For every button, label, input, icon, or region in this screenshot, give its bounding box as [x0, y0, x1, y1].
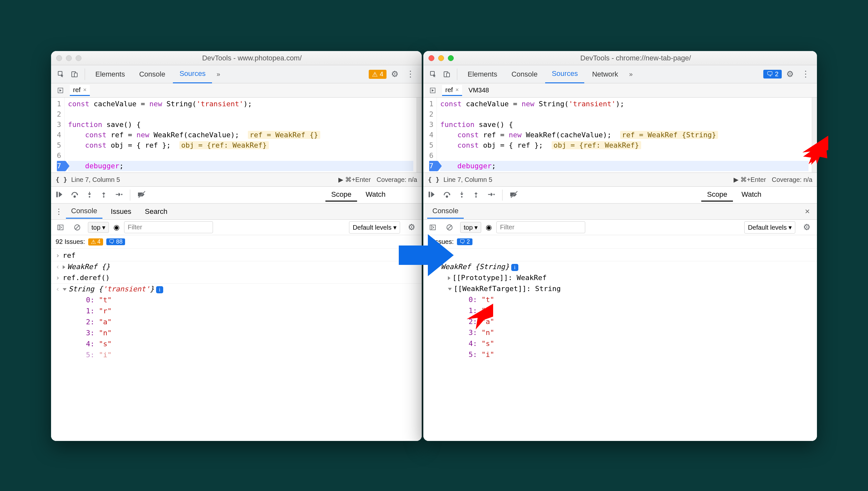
traffic-zoom[interactable]	[448, 55, 454, 61]
line-gutter[interactable]: 1234567	[423, 97, 437, 173]
tabs-overflow[interactable]: »	[626, 70, 636, 78]
file-tab-label: ref	[73, 86, 81, 94]
file-tab-ref[interactable]: ref ×	[70, 85, 90, 96]
step-icon[interactable]	[114, 190, 123, 200]
console-toolbar: top ▾ ◉ Default levels ▾ ⚙	[51, 220, 422, 235]
resume-icon[interactable]	[55, 190, 63, 200]
main-toolbar: Elements Console Sources » ⚠4 ⚙ ⋮	[51, 65, 422, 83]
tabs-overflow[interactable]: »	[213, 70, 223, 78]
coverage-status[interactable]: Coverage: n/a	[376, 176, 417, 183]
console-settings-icon[interactable]: ⚙	[800, 222, 814, 232]
code-editor[interactable]: 1234567 const cacheValue = new String('t…	[423, 97, 817, 173]
device-icon[interactable]	[68, 68, 81, 81]
code-body[interactable]: const cacheValue = new String('transient…	[65, 97, 417, 173]
device-icon[interactable]	[441, 68, 453, 81]
console-settings-icon[interactable]: ⚙	[404, 222, 419, 232]
log-levels-selector[interactable]: Default levels ▾	[349, 221, 400, 234]
scrollbar[interactable]	[417, 97, 422, 173]
inspect-icon[interactable]	[55, 68, 67, 81]
watch-tab[interactable]: Watch	[360, 188, 391, 202]
debugger-toolbar: Scope Watch	[423, 187, 817, 203]
editor-status-bar: { } Line 7, Column 5 ▶ ⌘+Enter Coverage:…	[423, 173, 817, 187]
step-over-icon[interactable]	[443, 190, 451, 200]
traffic-minimize[interactable]	[66, 55, 72, 61]
close-drawer-icon[interactable]: ×	[802, 206, 813, 216]
file-tab-ref[interactable]: ref ×	[442, 85, 462, 96]
transition-arrow-icon	[399, 233, 454, 278]
tab-elements[interactable]: Elements	[89, 65, 132, 83]
tab-sources[interactable]: Sources	[545, 65, 584, 83]
svg-rect-20	[430, 225, 436, 230]
code-body[interactable]: const cacheValue = new String('transient…	[437, 97, 812, 173]
titlebar: DevTools - chrome://new-tab-page/	[423, 51, 817, 65]
drawer-tab-console[interactable]: Console	[66, 204, 103, 219]
clear-console-icon[interactable]	[443, 221, 456, 234]
snippets-run-icon[interactable]	[54, 84, 66, 96]
pretty-print-icon[interactable]: { }	[428, 176, 440, 183]
pretty-print-icon[interactable]: { }	[56, 176, 67, 183]
console-filter-input[interactable]	[496, 221, 585, 233]
drawer-tab-issues[interactable]: Issues	[106, 205, 137, 219]
tab-console[interactable]: Console	[505, 65, 544, 83]
line-gutter[interactable]: 1234567	[51, 97, 65, 173]
main-toolbar: Elements Console Sources Network » 🗨2 ⚙ …	[423, 65, 817, 83]
console-filter-input[interactable]	[124, 221, 213, 233]
scope-tab[interactable]: Scope	[701, 188, 733, 202]
issues-summary[interactable]: 92 Issues: ⚠ 4 🗨 88	[51, 235, 422, 249]
traffic-close[interactable]	[428, 55, 434, 61]
tab-sources[interactable]: Sources	[173, 65, 212, 83]
clear-console-icon[interactable]	[71, 221, 83, 234]
run-shortcut[interactable]: ▶ ⌘+Enter	[338, 176, 371, 183]
context-selector[interactable]: top ▾	[460, 222, 481, 233]
deactivate-breakpoints-icon[interactable]	[510, 190, 519, 200]
step-into-icon[interactable]	[458, 190, 465, 200]
drawer-menu-icon[interactable]: ⋮	[55, 207, 63, 216]
console-sidebar-icon[interactable]	[54, 221, 66, 234]
live-expression-icon[interactable]: ◉	[113, 223, 119, 232]
more-menu-icon[interactable]: ⋮	[798, 69, 813, 79]
live-expression-icon[interactable]: ◉	[486, 223, 492, 232]
step-icon[interactable]	[487, 190, 495, 200]
devtools-window-right: DevTools - chrome://new-tab-page/ Elemen…	[423, 51, 817, 441]
settings-icon[interactable]: ⚙	[388, 69, 402, 79]
tab-network[interactable]: Network	[586, 65, 625, 83]
watch-tab[interactable]: Watch	[735, 188, 767, 202]
settings-icon[interactable]: ⚙	[783, 69, 797, 79]
svg-rect-9	[58, 225, 63, 230]
traffic-close[interactable]	[56, 55, 62, 61]
coverage-status[interactable]: Coverage: n/a	[772, 176, 812, 183]
snippets-run-icon[interactable]	[426, 84, 439, 96]
traffic-zoom[interactable]	[76, 55, 81, 61]
close-icon[interactable]: ×	[455, 87, 459, 93]
step-out-icon[interactable]	[100, 190, 107, 200]
step-into-icon[interactable]	[86, 190, 93, 200]
console-sidebar-icon[interactable]	[426, 221, 439, 234]
resume-icon[interactable]	[427, 190, 436, 200]
tab-elements[interactable]: Elements	[461, 65, 504, 83]
console-output[interactable]: ›ref‹WeakRef {}›ref.deref()‹String {'tra…	[51, 249, 422, 441]
drawer-tab-console[interactable]: Console	[427, 204, 464, 219]
inspect-icon[interactable]	[427, 68, 440, 81]
more-menu-icon[interactable]: ⋮	[403, 69, 418, 79]
deactivate-breakpoints-icon[interactable]	[137, 190, 146, 200]
step-out-icon[interactable]	[472, 190, 480, 200]
drawer-tab-search[interactable]: Search	[140, 205, 173, 219]
step-over-icon[interactable]	[71, 190, 79, 200]
svg-rect-15	[428, 192, 430, 197]
editor-status-bar: { } Line 7, Column 5 ▶ ⌘+Enter Coverage:…	[51, 173, 422, 187]
svg-point-7	[103, 196, 105, 198]
svg-rect-2	[74, 73, 77, 77]
code-editor[interactable]: 1234567 const cacheValue = new String('t…	[51, 97, 422, 173]
scope-tab[interactable]: Scope	[326, 188, 357, 202]
console-output[interactable]: ›ref‹WeakRef {String}i[[Prototype]]: Wea…	[423, 249, 817, 441]
tab-console[interactable]: Console	[133, 65, 172, 83]
traffic-minimize[interactable]	[438, 55, 444, 61]
context-selector[interactable]: top ▾	[88, 222, 109, 233]
close-icon[interactable]: ×	[83, 87, 87, 93]
log-levels-selector[interactable]: Default levels ▾	[744, 221, 795, 234]
issues-summary[interactable]: 2 Issues: 🗨 2	[423, 235, 817, 249]
file-tab-vm[interactable]: VM348	[465, 85, 492, 95]
warnings-badge[interactable]: ⚠4	[369, 70, 387, 79]
info-badge[interactable]: 🗨2	[763, 70, 782, 79]
run-shortcut[interactable]: ▶ ⌘+Enter	[734, 176, 766, 183]
